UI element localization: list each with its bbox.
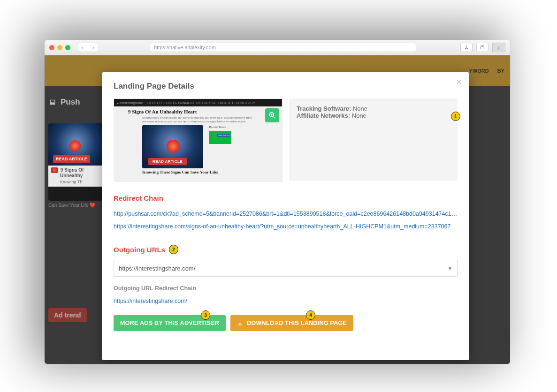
new-tab-button[interactable]: + (492, 43, 505, 53)
zoom-button[interactable] (265, 108, 279, 122)
window-close-icon[interactable] (49, 45, 54, 50)
redirect-link[interactable]: https://interestingshare.com/signs-of-an… (114, 220, 458, 233)
preview-nav: LIFESTYLE ENTERTAINMENT HISTORY SCIENCE … (147, 101, 255, 105)
chevron-down-icon: ▼ (448, 266, 452, 271)
tracking-software-value: None (353, 105, 367, 112)
nav-item[interactable]: YWORD (469, 68, 489, 74)
download-landing-page-button[interactable]: DOWNLOAD THIS LANDING PAGE (230, 315, 353, 331)
affiliate-networks-value: None (352, 112, 366, 119)
download-icon (237, 320, 243, 326)
redirect-chain-header: Redirect Chain (114, 194, 458, 202)
preview-recent-posts-label: Recent Posts (209, 125, 231, 129)
preview-read-article: READ ARTICLE (148, 158, 187, 165)
preview-title: 9 Signs Of An Unhealthy Heart (128, 109, 282, 114)
annotation-marker-3: 3 (201, 310, 210, 320)
share-icon[interactable] (460, 43, 473, 52)
window-minimize-icon[interactable] (57, 45, 62, 50)
outgoing-url-select[interactable]: https://interestingshare.com/ ▼ (114, 260, 458, 277)
preview-brand: ● interestingshare (117, 101, 143, 105)
magnify-icon (268, 112, 276, 119)
outgoing-url-selected: https://interestingshare.com/ (119, 265, 195, 272)
modal-title: Landing Page Details (114, 82, 458, 91)
annotation-marker-1: 1 (451, 112, 460, 121)
browser-window: ‹ › https://native.adplexity.com + YWORD… (45, 40, 510, 364)
tabs-icon[interactable] (476, 43, 488, 52)
page-viewport: YWORD BY Push READ ARTICLE 9 (45, 55, 510, 364)
back-button[interactable]: ‹ (77, 43, 88, 52)
address-text: https://native.adplexity.com (154, 45, 216, 50)
ad-card[interactable]: READ ARTICLE 9 Signs Of Unhealthy Knowin… (48, 123, 104, 201)
close-icon[interactable]: ✕ (456, 78, 462, 87)
outgoing-redirect-chain-label: Outgoing URL Redirect Chain (114, 285, 458, 292)
outgoing-urls-header: Outgoing URLs 2 (114, 245, 458, 254)
annotation-marker-4: 4 (306, 310, 315, 320)
forward-button[interactable]: › (88, 43, 99, 52)
window-zoom-icon[interactable] (65, 45, 70, 50)
preview-thumb (209, 131, 231, 144)
landing-page-details-modal: ✕ Landing Page Details ● interestingshar… (102, 72, 469, 360)
affiliate-networks-label: Affiliate Networks: (297, 112, 350, 119)
redirect-chain-list: http://pushsar.com/ck?ad_scheme=5&banner… (114, 208, 458, 233)
preview-footer-text: Knowing These Signs Can Save Your Life: (142, 170, 282, 174)
nav-item[interactable]: BY (497, 68, 504, 74)
lp-info-box: Tracking Software: None Affiliate Networ… (289, 98, 458, 181)
landing-page-preview: ● interestingshare LIFESTYLE ENTERTAINME… (114, 98, 282, 182)
address-bar[interactable]: https://native.adplexity.com (150, 43, 416, 52)
ad-trend-button[interactable]: Ad trend (48, 308, 87, 322)
browser-chrome: ‹ › https://native.adplexity.com + (45, 40, 510, 55)
preview-hero-image: READ ARTICLE (142, 125, 203, 168)
read-article-badge: READ ARTICLE (53, 155, 90, 163)
image-icon (48, 98, 57, 106)
tracking-software-label: Tracking Software: (297, 105, 351, 112)
redirect-link[interactable]: http://pushsar.com/ck?ad_scheme=5&banner… (114, 208, 458, 220)
preview-paragraph: Unfortunately a heart attack can come co… (142, 116, 254, 123)
annotation-marker-2: 2 (169, 245, 178, 254)
outgoing-chain-link[interactable]: https://interestingshare.com/ (114, 298, 187, 304)
